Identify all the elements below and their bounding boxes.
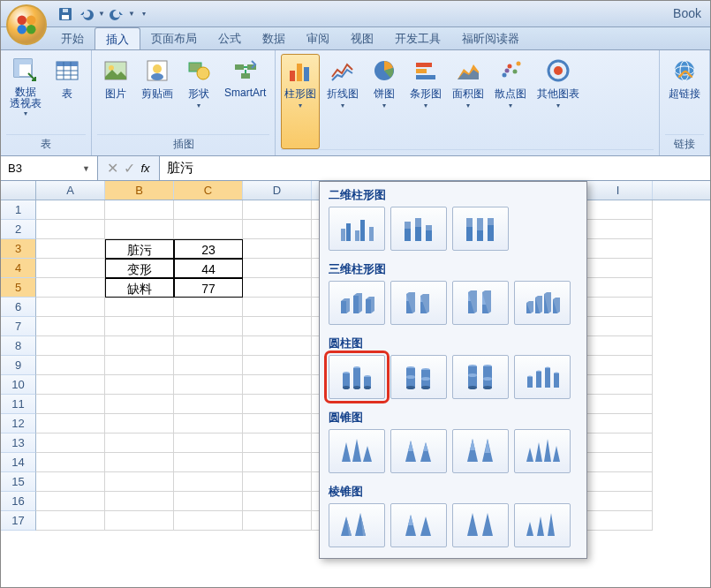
cell-I4[interactable] (584, 259, 653, 278)
tab-home[interactable]: 开始 (50, 27, 95, 49)
cell-B8[interactable] (105, 336, 174, 356)
cone-stacked[interactable] (390, 429, 447, 473)
cell-C5[interactable]: 77 (174, 278, 243, 298)
enter-icon[interactable]: ✓ (124, 160, 135, 177)
cell-B17[interactable] (105, 511, 174, 531)
cell-B11[interactable] (105, 395, 174, 414)
cell-D1[interactable] (243, 200, 312, 220)
name-box[interactable]: B3 ▼ (1, 156, 98, 180)
row-6[interactable]: 6 (1, 298, 36, 317)
cell-C2[interactable] (174, 220, 243, 239)
tab-data[interactable]: 数据 (252, 27, 296, 49)
cell-D12[interactable] (243, 414, 312, 433)
cell-A16[interactable] (36, 492, 105, 511)
cell-I1[interactable] (584, 200, 653, 220)
cell-A17[interactable] (36, 511, 105, 531)
office-button[interactable] (6, 4, 47, 45)
col-C[interactable]: C (174, 181, 243, 200)
cell-A10[interactable] (36, 375, 105, 395)
cell-I14[interactable] (584, 453, 653, 472)
cell-B1[interactable] (105, 200, 174, 220)
fx-button[interactable]: fx (140, 162, 149, 175)
col-I[interactable]: I (584, 181, 653, 200)
row-17[interactable]: 17 (1, 511, 36, 531)
cylinder-100pct-stacked[interactable] (452, 355, 509, 399)
cell-D8[interactable] (243, 336, 312, 356)
row-7[interactable]: 7 (1, 317, 36, 336)
row-10[interactable]: 10 (1, 375, 36, 395)
cell-C3[interactable]: 23 (174, 239, 243, 259)
cell-A5[interactable] (36, 278, 105, 298)
cell-D16[interactable] (243, 492, 312, 511)
cell-A11[interactable] (36, 395, 105, 414)
cell-D11[interactable] (243, 395, 312, 414)
cell-C6[interactable] (174, 298, 243, 317)
tab-insert[interactable]: 插入 (95, 27, 140, 49)
cell-A9[interactable] (36, 356, 105, 375)
cell-C7[interactable] (174, 317, 243, 336)
cell-D4[interactable] (243, 259, 312, 278)
cell-I8[interactable] (584, 336, 653, 356)
cell-A8[interactable] (36, 336, 105, 356)
cell-D13[interactable] (243, 433, 312, 453)
cell-D9[interactable] (243, 356, 312, 375)
row-16[interactable]: 16 (1, 492, 36, 511)
cell-A14[interactable] (36, 453, 105, 472)
cell-D10[interactable] (243, 375, 312, 395)
cell-B15[interactable] (105, 472, 174, 492)
row-9[interactable]: 9 (1, 356, 36, 375)
cell-D17[interactable] (243, 511, 312, 531)
cell-C12[interactable] (174, 414, 243, 433)
cell-B7[interactable] (105, 317, 174, 336)
scatter-chart-button[interactable]: 散点图▾ (491, 54, 530, 149)
cell-A3[interactable] (36, 239, 105, 259)
row-12[interactable]: 12 (1, 414, 36, 433)
cell-B12[interactable] (105, 414, 174, 433)
row-8[interactable]: 8 (1, 336, 36, 356)
redo-button[interactable] (107, 4, 126, 24)
cell-D14[interactable] (243, 453, 312, 472)
row-15[interactable]: 15 (1, 472, 36, 492)
cell-D15[interactable] (243, 472, 312, 492)
cell-A15[interactable] (36, 472, 105, 492)
pyramid-3d[interactable] (514, 503, 571, 547)
tab-layout[interactable]: 页面布局 (140, 27, 208, 49)
row-13[interactable]: 13 (1, 433, 36, 453)
col-A[interactable]: A (36, 181, 105, 200)
redo-dropdown[interactable]: ▼ (128, 10, 135, 18)
cell-I5[interactable] (584, 278, 653, 298)
row-3[interactable]: 3 (1, 239, 36, 259)
hyperlink-button[interactable]: 超链接 (665, 54, 704, 134)
3d-column[interactable] (514, 281, 571, 325)
2d-100pct-stacked-column[interactable] (452, 207, 509, 251)
cell-C17[interactable] (174, 511, 243, 531)
cell-I3[interactable] (584, 239, 653, 259)
pivot-table-button[interactable]: 数据 透视表▾ (6, 54, 45, 134)
cell-C15[interactable] (174, 472, 243, 492)
tab-foxit[interactable]: 福昕阅读器 (451, 27, 530, 49)
cell-C8[interactable] (174, 336, 243, 356)
row-14[interactable]: 14 (1, 453, 36, 472)
cell-B2[interactable] (105, 220, 174, 239)
pyramid-clustered[interactable] (329, 503, 385, 547)
cell-I10[interactable] (584, 375, 653, 395)
cell-A12[interactable] (36, 414, 105, 433)
qat-customize[interactable]: ▾ (142, 10, 146, 18)
cell-C16[interactable] (174, 492, 243, 511)
cell-A2[interactable] (36, 220, 105, 239)
cell-D5[interactable] (243, 278, 312, 298)
cell-A4[interactable] (36, 259, 105, 278)
cell-I16[interactable] (584, 492, 653, 511)
col-B[interactable]: B (105, 181, 174, 200)
cancel-icon[interactable]: ✕ (107, 160, 118, 177)
3d-100pct-stacked-column[interactable] (452, 281, 509, 325)
cell-B6[interactable] (105, 298, 174, 317)
cell-I2[interactable] (584, 220, 653, 239)
cell-A7[interactable] (36, 317, 105, 336)
formula-input[interactable]: 脏污 (167, 160, 193, 177)
cell-A13[interactable] (36, 433, 105, 453)
tab-review[interactable]: 审阅 (296, 27, 340, 49)
cell-I15[interactable] (584, 472, 653, 492)
cell-C4[interactable]: 44 (174, 259, 243, 278)
cell-I17[interactable] (584, 511, 653, 531)
